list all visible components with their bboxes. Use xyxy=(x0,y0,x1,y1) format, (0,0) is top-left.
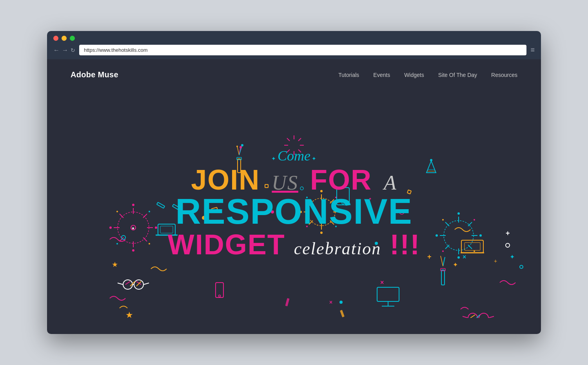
svg-text:✦: ✦ xyxy=(453,261,458,268)
browser-menu-button[interactable]: ≡ xyxy=(530,46,535,54)
nav-buttons: ← → ↻ xyxy=(53,47,75,54)
svg-point-91 xyxy=(134,280,143,289)
hero-section: ★ xyxy=(47,90,541,318)
svg-text:+: + xyxy=(494,258,497,264)
website-content: Adobe Muse Tutorials Events Widgets Site… xyxy=(47,59,541,334)
svg-line-96 xyxy=(130,281,135,286)
svg-point-13 xyxy=(155,226,157,229)
svg-rect-106 xyxy=(157,202,165,208)
nav-links: Tutorials Events Widgets Site Of The Day… xyxy=(338,71,517,78)
svg-text:+: + xyxy=(506,229,510,237)
a-word: A xyxy=(381,172,397,194)
svg-point-45 xyxy=(457,212,460,215)
svg-text:+: + xyxy=(427,253,432,261)
browser-chrome: ← → ↻ https://www.thehotskills.com ≡ xyxy=(47,31,541,59)
widget-line: WIDGET celebration !!! xyxy=(168,229,420,260)
svg-text:×: × xyxy=(329,299,332,305)
svg-point-100 xyxy=(479,313,488,318)
svg-rect-86 xyxy=(441,270,445,285)
url-text: https://www.thehotskills.com xyxy=(84,47,148,53)
svg-rect-78 xyxy=(216,283,223,297)
svg-point-72 xyxy=(241,144,243,146)
back-button[interactable]: ← xyxy=(53,47,60,54)
svg-point-71 xyxy=(236,146,238,147)
svg-text:×: × xyxy=(463,254,466,260)
address-bar[interactable]: https://www.thehotskills.com xyxy=(79,45,526,55)
svg-text:×: × xyxy=(380,279,384,286)
us-word: us xyxy=(269,172,301,194)
widget-word: WIDGET xyxy=(168,229,285,260)
svg-point-17 xyxy=(109,226,112,229)
svg-rect-84 xyxy=(465,243,480,250)
svg-point-122 xyxy=(506,243,510,247)
svg-line-2 xyxy=(143,214,147,218)
svg-point-18 xyxy=(116,211,118,212)
browser-window: ← → ↻ https://www.thehotskills.com ≡ Ado… xyxy=(47,31,541,334)
svg-point-62 xyxy=(430,159,432,161)
svg-line-88 xyxy=(443,257,445,266)
svg-point-90 xyxy=(123,280,132,289)
nav-tutorials[interactable]: Tutorials xyxy=(338,72,359,78)
celebration-word: celebration xyxy=(294,239,381,258)
refresh-button[interactable]: ↻ xyxy=(71,47,75,53)
responsive-line: RESPONSIVE xyxy=(168,194,420,229)
nav-site-of-the-day[interactable]: Site Of The Day xyxy=(438,72,477,78)
svg-point-47 xyxy=(479,234,482,237)
svg-line-6 xyxy=(120,237,123,241)
svg-line-105 xyxy=(475,315,480,318)
nav-events[interactable]: Events xyxy=(373,72,390,78)
nav-resources[interactable]: Resources xyxy=(491,72,517,78)
minimize-button[interactable] xyxy=(62,36,67,41)
svg-line-103 xyxy=(488,316,494,318)
svg-point-15 xyxy=(132,249,134,252)
svg-point-36 xyxy=(444,221,474,250)
svg-point-12 xyxy=(149,211,150,212)
svg-text:★: ★ xyxy=(112,261,118,268)
svg-point-16 xyxy=(116,243,118,245)
toolbar: ← → ↻ https://www.thehotskills.com ≡ xyxy=(53,45,535,59)
svg-line-98 xyxy=(136,281,141,286)
svg-point-46 xyxy=(474,219,475,221)
svg-line-40 xyxy=(468,245,472,249)
maximize-button[interactable] xyxy=(70,36,75,41)
svg-point-51 xyxy=(436,234,438,237)
svg-line-89 xyxy=(441,256,443,266)
traffic-lights xyxy=(53,36,535,41)
svg-point-99 xyxy=(468,313,477,318)
svg-point-121 xyxy=(122,235,125,239)
svg-line-38 xyxy=(468,222,472,226)
svg-line-94 xyxy=(143,283,149,285)
site-nav: Adobe Muse Tutorials Events Widgets Site… xyxy=(47,59,541,90)
svg-rect-83 xyxy=(461,240,483,253)
close-button[interactable] xyxy=(53,36,58,41)
svg-text:✦: ✦ xyxy=(510,254,515,260)
svg-point-129 xyxy=(339,301,343,304)
svg-line-104 xyxy=(470,315,475,318)
come-text: Come xyxy=(168,148,420,164)
svg-point-14 xyxy=(149,243,150,245)
svg-text:★: ★ xyxy=(125,310,133,318)
svg-point-11 xyxy=(132,204,134,206)
svg-rect-132 xyxy=(285,298,290,307)
svg-line-102 xyxy=(463,316,468,318)
site-logo: Adobe Muse xyxy=(71,70,118,79)
svg-line-93 xyxy=(118,283,123,285)
svg-point-50 xyxy=(442,250,444,252)
svg-line-4 xyxy=(143,237,147,241)
svg-point-9 xyxy=(131,225,136,230)
nav-widgets[interactable]: Widgets xyxy=(404,72,424,78)
svg-line-8 xyxy=(120,214,123,218)
svg-marker-61 xyxy=(426,161,436,173)
svg-line-42 xyxy=(445,245,449,249)
forward-button[interactable]: → xyxy=(62,47,68,54)
svg-text:★: ★ xyxy=(131,226,135,230)
svg-point-79 xyxy=(219,295,221,297)
join-line: JOIN us FOR A xyxy=(168,166,420,194)
exclaim: !!! xyxy=(390,229,420,260)
svg-point-49 xyxy=(457,256,460,259)
svg-line-97 xyxy=(136,281,141,285)
svg-line-44 xyxy=(445,222,449,226)
svg-rect-133 xyxy=(340,310,345,318)
for-word: FOR xyxy=(310,164,372,195)
svg-line-54 xyxy=(298,138,301,141)
